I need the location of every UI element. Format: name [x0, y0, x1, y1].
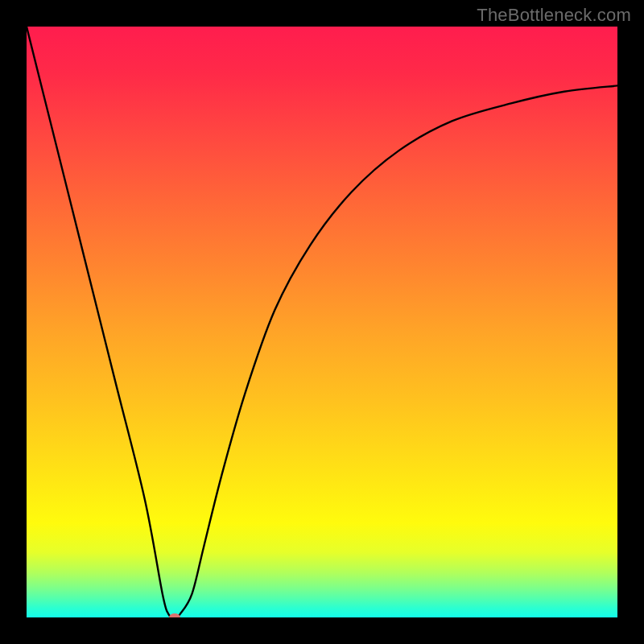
plot-area: [27, 27, 617, 617]
watermark-text: TheBottleneck.com: [477, 5, 631, 26]
min-marker: [169, 613, 180, 617]
bottleneck-curve: [27, 27, 617, 617]
curve-layer: [27, 27, 617, 617]
